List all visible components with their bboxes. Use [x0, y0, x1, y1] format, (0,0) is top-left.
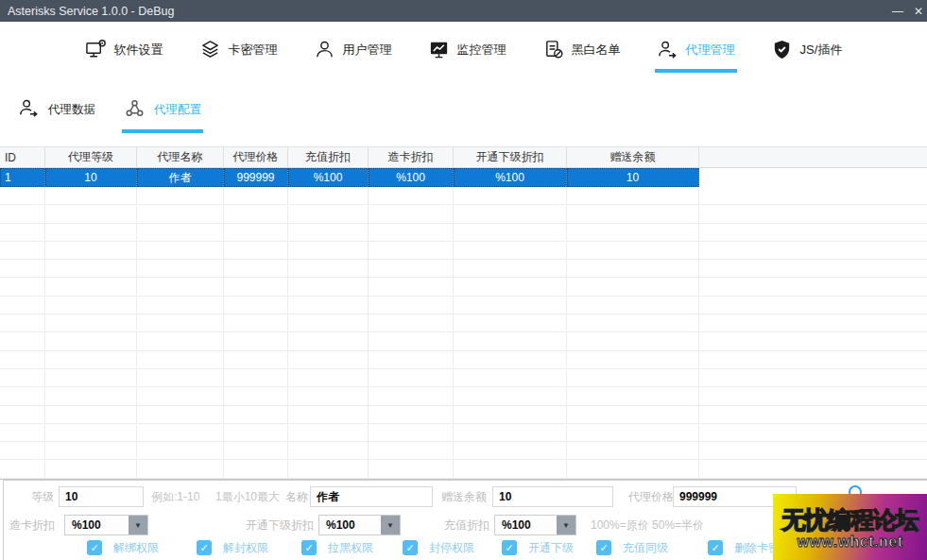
- table-cell: [369, 242, 454, 260]
- table-cell: [454, 460, 567, 478]
- table-cell: [224, 351, 288, 369]
- check-icon: ✓: [505, 543, 513, 553]
- minimize-button[interactable]: —: [882, 0, 914, 22]
- table-cell: [288, 205, 369, 223]
- header-cell[interactable]: 开通下级折扣: [454, 147, 567, 168]
- header-cell[interactable]: 造卡折扣: [369, 147, 454, 168]
- checkbox-delete-card[interactable]: ✓删除卡密: [708, 539, 780, 556]
- table-cell: [567, 442, 699, 460]
- header-cell[interactable]: 赠送余额: [567, 147, 699, 168]
- subnav-item-agent-data[interactable]: 代理数据: [16, 92, 97, 133]
- sub-discount-dropdown-button[interactable]: ▼: [381, 516, 400, 535]
- table-cell: [567, 387, 699, 405]
- bonus-input[interactable]: [492, 486, 613, 507]
- checkbox-recharge-peer[interactable]: ✓充值同级: [596, 539, 668, 556]
- table-cell: [567, 351, 699, 369]
- table-row: [0, 242, 927, 260]
- nav-item-monitor-management[interactable]: 监控管理: [426, 29, 508, 73]
- checkbox-icon: ✓: [708, 540, 723, 555]
- table-cell: [454, 314, 567, 332]
- subnav-item-agent-config[interactable]: 代理配置: [122, 92, 203, 133]
- table-cell: 1: [0, 168, 45, 187]
- table-row: [0, 387, 927, 405]
- watermark-url: www.whct.net: [797, 534, 902, 551]
- table-cell: [567, 187, 699, 205]
- header-cell[interactable]: 代理名称: [137, 147, 224, 168]
- table-cell: 10: [45, 168, 137, 187]
- checkbox-blacklist[interactable]: ✓拉黑权限: [301, 539, 373, 556]
- table-cell: [567, 278, 699, 296]
- table-cell: [224, 297, 288, 314]
- table-cell: [0, 187, 45, 205]
- nav-item-software-settings[interactable]: 软件设置: [83, 29, 165, 73]
- table-cell: [0, 260, 45, 278]
- card-discount-dropdown-button[interactable]: ▼: [129, 516, 147, 535]
- checkbox-unban[interactable]: ✓解封权限: [197, 539, 268, 556]
- layers-icon: [199, 39, 221, 60]
- table-filler-cell: [699, 260, 927, 278]
- header-cell[interactable]: 充值折扣: [288, 147, 369, 168]
- header-cell[interactable]: ID: [0, 147, 45, 168]
- table-cell: [454, 242, 567, 260]
- level-input[interactable]: [59, 486, 144, 507]
- recharge-discount-select[interactable]: %100 ▼: [494, 515, 576, 535]
- table-cell: [454, 442, 567, 460]
- table-cell: [137, 369, 224, 387]
- table-cell: [288, 460, 369, 478]
- table-cell: [288, 406, 369, 424]
- card-discount-select[interactable]: %100 ▼: [64, 515, 148, 535]
- table-cell: %100: [454, 168, 567, 187]
- nav-item-user-management[interactable]: 用户管理: [312, 29, 394, 73]
- table-cell: [369, 260, 454, 278]
- table-filler-cell: [699, 278, 927, 296]
- check-icon: ✓: [304, 543, 313, 553]
- table-cell: [567, 260, 699, 278]
- header-cell[interactable]: 代理等级: [45, 147, 137, 168]
- table-cell: [369, 369, 454, 387]
- nav-item-card-management[interactable]: 卡密管理: [197, 29, 280, 73]
- checkbox-suspend[interactable]: ✓封停权限: [403, 539, 474, 556]
- table-cell: %100: [369, 168, 454, 187]
- close-button[interactable]: ✕: [914, 0, 927, 22]
- table-cell: [45, 260, 137, 278]
- name-input[interactable]: [310, 486, 433, 507]
- bonus-label: 赠送余额: [441, 486, 487, 507]
- header-cell[interactable]: 代理价格: [224, 147, 288, 168]
- table-row[interactable]: 110作者999999%100%100%10010: [0, 168, 927, 187]
- table-cell: [567, 460, 699, 478]
- check-icon: ✓: [405, 543, 414, 553]
- checkbox-open-sub[interactable]: ✓开通下级: [502, 539, 574, 556]
- table-cell: [369, 205, 454, 223]
- table-cell: [45, 297, 137, 314]
- recharge-discount-dropdown-button[interactable]: ▼: [557, 516, 575, 535]
- sub-discount-select[interactable]: %100 ▼: [318, 515, 401, 535]
- checkbox-icon: ✓: [596, 540, 611, 555]
- table-cell: [45, 387, 137, 405]
- level-label: 等级: [31, 486, 54, 507]
- table-filler-cell: [699, 205, 927, 223]
- user-arrow-icon: [657, 39, 678, 60]
- table-cell: [567, 205, 699, 223]
- table-cell: [224, 242, 288, 260]
- table-cell: [567, 314, 699, 332]
- table-cell: [45, 460, 137, 478]
- table-cell: [567, 242, 699, 260]
- table-cell: [288, 424, 369, 442]
- table-cell: [224, 369, 288, 387]
- nav-bar: 软件设置卡密管理用户管理监控管理黑白名单代理管理JS/插件: [0, 22, 927, 80]
- table-cell: 999999: [224, 168, 288, 187]
- nav-item-label: 卡密管理: [229, 42, 278, 59]
- checkbox-unbind[interactable]: ✓解绑权限: [87, 539, 159, 556]
- table-cell: [0, 297, 45, 314]
- table-cell: [137, 460, 224, 478]
- table-cell: [137, 242, 224, 260]
- checkbox-label: 开通下级: [528, 540, 574, 556]
- table-filler-cell: [699, 406, 927, 424]
- table-filler-cell: [699, 332, 927, 350]
- table-cell: [567, 297, 699, 314]
- table-row: [0, 314, 927, 332]
- nav-item-blacklist[interactable]: 黑白名单: [541, 29, 623, 73]
- nav-item-agent-management[interactable]: 代理管理: [655, 29, 737, 73]
- nav-item-js-plugins[interactable]: JS/插件: [769, 29, 845, 73]
- table-cell: [454, 297, 567, 314]
